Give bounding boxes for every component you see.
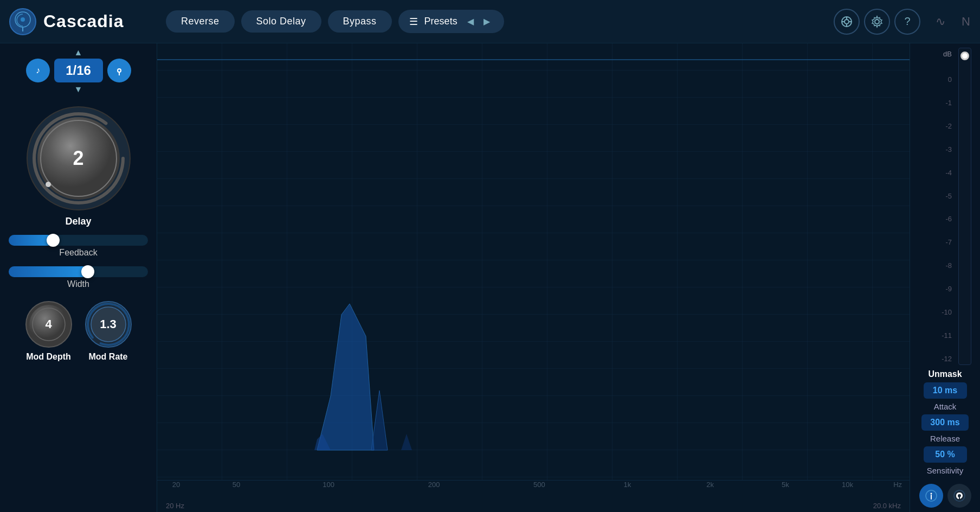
svg-text:♪: ♪	[36, 66, 40, 75]
loop-icon-btn[interactable]	[834, 9, 860, 35]
mod-depth-label: Mod Depth	[26, 352, 71, 362]
svg-point-20	[46, 182, 51, 187]
note-icon-btn[interactable]: ♪	[26, 59, 50, 82]
mod-rate-label: Mod Rate	[89, 352, 128, 362]
db-label--11: -11	[942, 331, 952, 340]
vu-indicator	[960, 52, 969, 60]
feedback-slider[interactable]	[9, 235, 148, 246]
db-label--1: -1	[942, 99, 952, 107]
db-label--8: -8	[942, 261, 952, 270]
freq-left-label: 20 Hz	[166, 502, 184, 510]
freq-label-5k: 5k	[782, 481, 789, 489]
presets-area[interactable]: ☰ Presets ◀ ▶	[398, 10, 504, 33]
chevron-up-btn[interactable]: ▲	[74, 48, 83, 57]
width-label: Width	[9, 279, 148, 289]
db-label--6: -6	[942, 215, 952, 223]
freq-right-label: 20.0 kHz	[873, 502, 901, 510]
bypass-button[interactable]: Bypass	[328, 10, 392, 33]
freq-label-hz: Hz	[893, 481, 902, 489]
freq-range: 20 Hz 20.0 kHz	[157, 500, 910, 512]
freq-label-1k: 1k	[624, 481, 631, 489]
svg-point-1	[21, 17, 25, 22]
mod-rate-container: 1.3 Mod Rate	[84, 300, 133, 362]
db-label--7: -7	[942, 238, 952, 246]
svg-rect-30	[157, 43, 910, 480]
ear-icon-btn[interactable]	[947, 484, 971, 508]
vu-meter	[958, 48, 971, 365]
sidebar: ▲ ♪ 1/16 ▼	[0, 43, 157, 512]
mod-rate-value: 1.3	[100, 317, 117, 331]
db-area: dB 0 -1 -2 -3 -4 -5 -6 -7 -8 -9 -10 -11 …	[910, 43, 980, 365]
presets-prev[interactable]: ◀	[464, 15, 477, 28]
svg-point-9	[875, 20, 879, 24]
width-slider[interactable]	[9, 266, 148, 277]
spectrum-svg	[157, 43, 910, 480]
svg-point-37	[930, 493, 932, 495]
db-label--5: -5	[942, 192, 952, 200]
brand-text-1: ∿	[936, 15, 946, 29]
chevron-down-btn[interactable]: ▼	[74, 85, 83, 94]
svg-point-14	[118, 69, 120, 72]
presets-label: Presets	[424, 16, 457, 27]
right-panel: dB 0 -1 -2 -3 -4 -5 -6 -7 -8 -9 -10 -11 …	[910, 43, 980, 512]
gear-icon	[871, 15, 884, 28]
delay-knob[interactable]: 2	[24, 104, 133, 213]
db-label--2: -2	[942, 122, 952, 130]
freq-label-100: 100	[323, 481, 334, 489]
help-icon-btn[interactable]: ?	[894, 9, 920, 35]
svg-point-39	[954, 490, 965, 501]
header-icons: ? ∿ N	[834, 9, 971, 35]
freq-label-20: 20	[172, 481, 180, 489]
note-icon: ♪	[32, 65, 44, 76]
loop-icon	[840, 15, 853, 28]
spectrum-area: 20 50 100 200 500 1k 2k 5k 10k Hz 20 Hz …	[157, 43, 910, 512]
small-knobs-row: 4 Mod Depth 1.3 Mod Rate	[9, 300, 148, 362]
freq-label-2k: 2k	[706, 481, 714, 489]
settings-icon-btn[interactable]	[864, 9, 890, 35]
pin-icon	[113, 65, 125, 76]
unmask-label: Unmask	[928, 369, 962, 379]
unmask-section: Unmask 10 ms Attack 300 ms Release 50 % …	[910, 365, 980, 479]
svg-point-40	[958, 496, 960, 498]
presets-arrows: ◀ ▶	[464, 15, 493, 28]
pin-icon-btn[interactable]	[107, 59, 131, 82]
presets-next[interactable]: ▶	[480, 15, 493, 28]
reverse-button[interactable]: Reverse	[166, 10, 235, 33]
solo-delay-button[interactable]: Solo Delay	[241, 10, 321, 33]
delay-label: Delay	[65, 216, 91, 227]
delay-knob-container: 2 Delay	[24, 104, 133, 227]
main-content: ▲ ♪ 1/16 ▼	[0, 43, 980, 512]
freq-labels-bar: 20 50 100 200 500 1k 2k 5k 10k Hz	[157, 480, 910, 500]
freq-label-200: 200	[428, 481, 440, 489]
spectrum-canvas	[157, 43, 910, 480]
db-label-0: 0	[942, 75, 952, 84]
db-label--12: -12	[942, 355, 952, 363]
info-icon-btn[interactable]	[919, 484, 943, 508]
question-icon: ?	[905, 15, 911, 28]
header: Cascadia Reverse Solo Delay Bypass ☰ Pre…	[0, 0, 980, 43]
brand-text-2: N	[962, 15, 971, 29]
attack-value-box[interactable]: 10 ms	[924, 382, 967, 399]
attack-label: Attack	[934, 402, 957, 411]
mod-depth-value: 4	[45, 317, 51, 331]
release-label: Release	[930, 434, 960, 443]
ear-icon	[953, 490, 965, 502]
tempo-display[interactable]: 1/16	[54, 59, 103, 82]
sensitivity-value-box[interactable]: 50 %	[924, 446, 967, 463]
sidebar-top: ♪ 1/16	[9, 59, 148, 82]
db-labels-col: dB 0 -1 -2 -3 -4 -5 -6 -7 -8 -9 -10 -11 …	[942, 48, 952, 365]
mod-rate-knob[interactable]: 1.3	[84, 300, 133, 349]
release-value-box[interactable]: 300 ms	[921, 414, 968, 431]
freq-label-10k: 10k	[842, 481, 853, 489]
logo-icon	[9, 8, 37, 36]
db-label--3: -3	[942, 145, 952, 153]
sensitivity-label: Sensitivity	[927, 466, 964, 475]
mod-depth-container: 4 Mod Depth	[24, 300, 73, 362]
mod-depth-knob[interactable]: 4	[24, 300, 73, 349]
db-label--10: -10	[942, 308, 952, 316]
db-label--4: -4	[942, 169, 952, 177]
svg-point-4	[844, 20, 849, 24]
freq-label-50: 50	[233, 481, 240, 489]
logo-area: Cascadia	[9, 8, 166, 36]
feedback-label: Feedback	[9, 248, 148, 258]
